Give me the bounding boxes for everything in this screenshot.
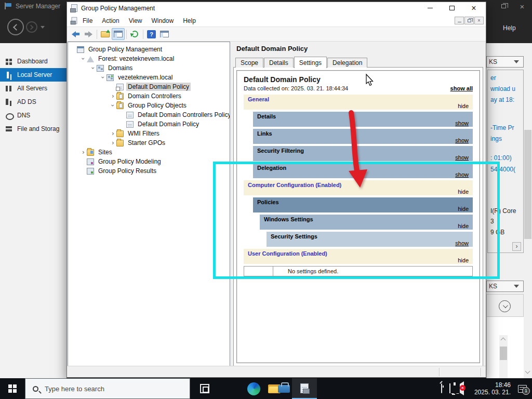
tree-item[interactable]: › Forest: vezeteknevem.local — [68, 54, 230, 63]
tree-item[interactable]: › Group Policy Modeling — [68, 157, 230, 166]
power-tray-icon[interactable] — [441, 384, 442, 393]
section-toggle-link[interactable]: show — [455, 120, 469, 126]
sidebar-item-icon — [5, 71, 13, 79]
properties-text-fragment[interactable]: -Time Pr — [490, 124, 514, 131]
edge-taskbar-button[interactable] — [242, 378, 265, 399]
tasks-dropdown-bottom[interactable]: KS — [486, 281, 524, 292]
show-all-link[interactable]: show all — [450, 85, 473, 91]
section-toggle-link[interactable]: hide — [458, 257, 469, 263]
gpm-titlebar[interactable]: Group Policy Management × — [67, 2, 486, 15]
tree-expander[interactable]: › — [110, 102, 116, 109]
scrollbar-thumb[interactable] — [524, 130, 531, 239]
menu-view[interactable]: View — [124, 16, 147, 26]
section-toggle-link[interactable]: show — [455, 240, 469, 246]
section-label: Links — [257, 130, 272, 137]
sm-forward-button[interactable] — [26, 21, 37, 33]
section-toggle-link[interactable]: show — [455, 154, 469, 161]
tree-item[interactable]: › Default Domain Policy — [68, 82, 230, 91]
tree-expander[interactable]: › — [110, 93, 116, 99]
section-toggle-link[interactable]: show — [455, 137, 469, 143]
tree-item[interactable]: › Domain Controllers — [68, 91, 230, 101]
sm-restore-button[interactable] — [496, 1, 511, 11]
section-toggle-link[interactable]: hide — [458, 103, 469, 109]
taskbar-search[interactable] — [25, 378, 190, 399]
show-console-tree-button[interactable] — [112, 28, 125, 40]
maximize-button[interactable] — [441, 2, 463, 14]
section-toggle-link[interactable]: hide — [458, 223, 469, 229]
sidebar-item-all-servers[interactable]: All Servers — [0, 82, 66, 95]
refresh-button[interactable] — [128, 28, 141, 40]
search-input[interactable] — [45, 385, 169, 393]
properties-text-fragment[interactable]: ay at 18: — [490, 96, 514, 103]
tree-item[interactable]: › Group Policy Objects — [68, 101, 230, 110]
start-button[interactable] — [0, 378, 25, 399]
sm-nav-dropdown-caret[interactable] — [41, 26, 45, 29]
tree-item[interactable]: › Domains — [68, 63, 230, 73]
forward-button[interactable] — [82, 28, 95, 40]
properties-text-fragment[interactable]: 54-4000( — [490, 166, 515, 173]
sm-close-button[interactable]: × — [514, 1, 530, 11]
sidebar-item-file-and-storag[interactable]: File and Storag — [0, 122, 66, 136]
tree-expander[interactable]: › — [100, 74, 107, 81]
action-center-button[interactable]: 1 — [518, 385, 527, 393]
gpm-taskbar-button[interactable] — [292, 378, 317, 399]
sidebar-item-dashboard[interactable]: Dashboard — [0, 55, 66, 68]
tree-expander[interactable]: › — [80, 149, 87, 155]
network-tray-icon[interactable] — [449, 384, 450, 393]
panel-scrollbar[interactable] — [499, 335, 508, 378]
tab-delegation[interactable]: Delegation — [327, 58, 367, 68]
tree-item[interactable]: › Group Policy Results — [68, 166, 230, 176]
sidebar-item-dns[interactable]: DNS — [0, 109, 66, 122]
tree-item[interactable]: › Group Policy Management — [68, 45, 230, 54]
properties-text-fragment[interactable]: wnload u — [490, 85, 515, 92]
section-toggle-link[interactable]: hide — [458, 206, 469, 212]
tree-expander[interactable]: › — [110, 130, 116, 137]
task-view-button[interactable] — [193, 378, 216, 399]
properties-text-fragment[interactable]: : 01:00) — [490, 154, 512, 162]
menu-help[interactable]: Help — [178, 16, 201, 26]
tree-item[interactable]: › Starter GPOs — [68, 138, 230, 148]
close-button[interactable]: × — [463, 2, 485, 14]
tab-scope[interactable]: Scope — [235, 58, 263, 68]
section-toggle-link[interactable]: hide — [458, 189, 469, 195]
scrollbar-thumb[interactable] — [500, 347, 507, 360]
properties-text-fragment[interactable]: 3 — [490, 218, 494, 225]
tasks-dropdown-top[interactable]: KS — [486, 56, 524, 68]
tab-settings[interactable]: Settings — [294, 57, 327, 68]
child-restore-button[interactable] — [464, 17, 474, 24]
tab-details[interactable]: Details — [264, 58, 294, 68]
tree-item[interactable]: › vezeteknevem.local — [68, 73, 230, 82]
tree-item[interactable]: › Sites — [68, 148, 230, 157]
tree-item-icon — [97, 65, 104, 72]
menu-action[interactable]: Action — [97, 16, 124, 26]
properties-text-fragment[interactable]: I(R) Core — [490, 207, 516, 215]
volume-tray-icon[interactable]: × — [458, 384, 464, 393]
back-button[interactable] — [69, 28, 82, 40]
properties-text-fragment[interactable]: er — [490, 74, 496, 82]
taskbar-clock[interactable]: 18:46 2025. 03. 21. — [474, 381, 511, 396]
tree-item[interactable]: › Default Domain Controllers Policy — [68, 110, 230, 119]
properties-text-fragment[interactable]: ings — [490, 135, 502, 142]
tree-item[interactable]: › Default Domain Policy — [68, 119, 230, 129]
tree-expander[interactable]: › — [110, 140, 116, 146]
tree-expander[interactable]: › — [80, 56, 87, 62]
menu-window[interactable]: Window — [147, 16, 179, 26]
sidebar-item-local-server[interactable]: Local Server — [0, 68, 66, 82]
tree-expander[interactable]: › — [90, 65, 97, 71]
export-list-button[interactable] — [99, 28, 112, 40]
sm-help-menu[interactable]: Help — [503, 24, 516, 32]
child-close-button[interactable]: × — [474, 17, 484, 24]
minimize-button[interactable] — [419, 2, 441, 14]
child-minimize-button[interactable] — [455, 17, 464, 24]
properties-text-fragment[interactable]: 9 GB — [490, 229, 504, 236]
new-window-button[interactable] — [158, 28, 171, 40]
tree-item[interactable]: › WMI Filters — [68, 129, 230, 138]
sm-back-button[interactable] — [7, 19, 24, 35]
section-toggle-link[interactable]: show — [455, 171, 469, 178]
sidebar-item-ad-ds[interactable]: AD DS — [0, 95, 66, 109]
main-scrollbar[interactable] — [524, 43, 532, 378]
menu-file[interactable]: File — [78, 16, 97, 26]
expand-properties-button[interactable]: › — [512, 242, 521, 251]
help-button[interactable]: ? — [145, 28, 158, 40]
collapse-panel-button[interactable] — [499, 300, 511, 312]
